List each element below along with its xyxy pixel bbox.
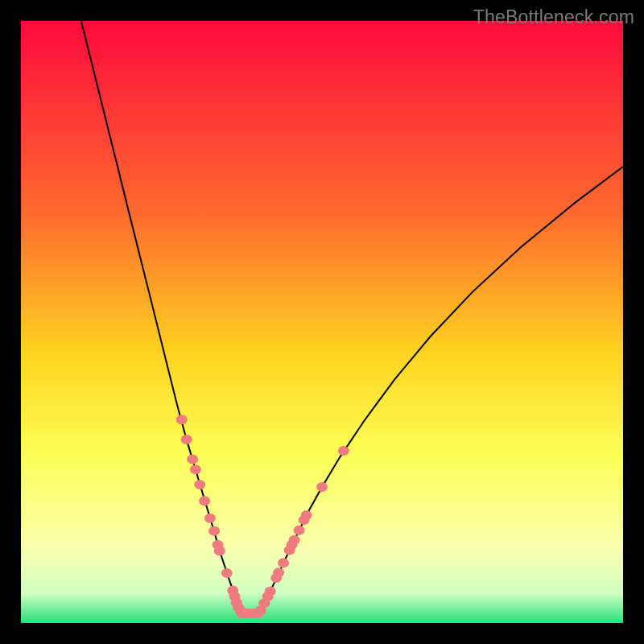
curve-marker	[194, 480, 205, 489]
curve-marker	[221, 568, 233, 578]
plot-frame	[21, 21, 623, 623]
chart-root: TheBottleneck.com	[0, 0, 644, 644]
plot-svg	[21, 21, 623, 623]
watermark-label: TheBottleneck.com	[473, 6, 634, 28]
curve-marker	[273, 568, 284, 577]
plot-background-gradient	[21, 21, 623, 623]
curve-marker	[265, 586, 276, 596]
curve-marker	[214, 546, 225, 555]
curve-marker	[294, 526, 305, 535]
curve-marker	[199, 496, 210, 506]
curve-marker	[338, 446, 349, 456]
curve-marker	[289, 535, 300, 545]
curve-marker	[176, 415, 188, 424]
curve-marker	[316, 482, 328, 492]
curve-marker	[181, 435, 192, 444]
curve-marker	[278, 558, 289, 568]
curve-marker	[204, 514, 216, 523]
curve-marker	[187, 455, 198, 464]
curve-marker	[190, 464, 201, 474]
curve-marker	[208, 526, 220, 536]
curve-marker	[301, 510, 312, 520]
